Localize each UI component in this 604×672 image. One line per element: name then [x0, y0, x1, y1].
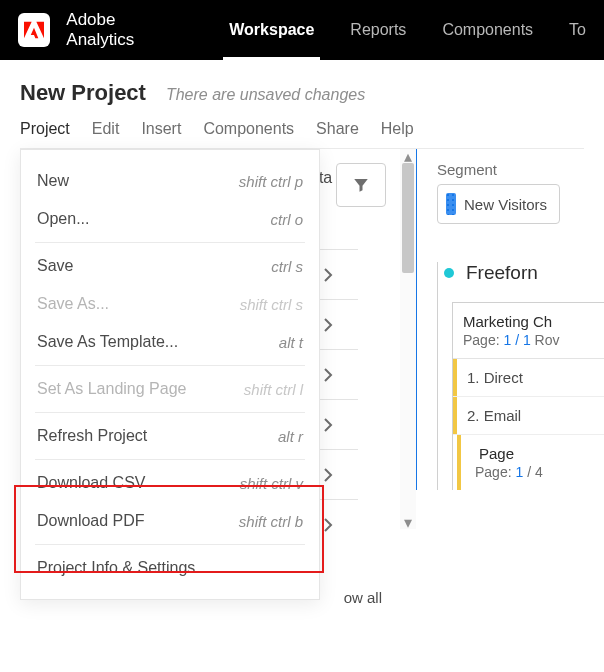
menu-item-shortcut: alt r	[278, 428, 303, 445]
left-rail: ata ow all New shift ctrl p Open... ctrl…	[0, 149, 414, 490]
menu-item-label: Save	[37, 257, 73, 275]
menu-project[interactable]: Project	[20, 120, 70, 138]
tab-components[interactable]: Components	[424, 0, 551, 60]
panel-color-dot-icon	[444, 268, 454, 278]
drag-handle-icon[interactable]	[446, 193, 456, 215]
segment-chip-label: New Visitors	[464, 196, 547, 213]
segment-chip[interactable]: New Visitors	[437, 184, 560, 224]
panel-title[interactable]: Freeforn	[466, 262, 538, 284]
scroll-up-icon[interactable]: ▴	[400, 149, 416, 163]
menu-item-label: New	[37, 172, 69, 190]
menu-item-label: Project Info & Settings	[37, 559, 195, 577]
page-link[interactable]: 1 / 1	[503, 332, 530, 348]
menu-item-shortcut: shift ctrl b	[239, 513, 303, 530]
dimension-header[interactable]: Marketing Ch	[453, 303, 604, 332]
menu-separator	[35, 544, 305, 545]
menu-separator	[35, 412, 305, 413]
app-name: Adobe Analytics	[66, 10, 181, 50]
menu-edit[interactable]: Edit	[92, 120, 120, 138]
adobe-logo	[18, 13, 50, 47]
scroll-down-icon[interactable]: ▾	[400, 515, 416, 529]
menu-item-label: Set As Landing Page	[37, 380, 186, 398]
menu-item-shortcut: shift ctrl s	[240, 296, 303, 313]
menu-item-download-pdf[interactable]: Download PDF shift ctrl b	[21, 502, 319, 540]
menu-share[interactable]: Share	[316, 120, 359, 138]
menu-item-shortcut: shift ctrl v	[240, 475, 303, 492]
breakdown-header[interactable]: Page	[461, 435, 604, 464]
menu-item-label: Save As Template...	[37, 333, 178, 351]
menu-insert[interactable]: Insert	[141, 120, 181, 138]
global-tabs: Workspace Reports Components To	[211, 0, 604, 60]
dimension-pagination: Page: 1 / 1 Rov	[453, 332, 604, 359]
freeform-table: Marketing Ch Page: 1 / 1 Rov 1. Direct 2…	[452, 302, 604, 490]
project-menu-dropdown: New shift ctrl p Open... ctrl o Save ctr…	[20, 149, 320, 600]
funnel-icon	[352, 176, 370, 194]
menu-item-shortcut: ctrl s	[271, 258, 303, 275]
menu-item-refresh[interactable]: Refresh Project alt r	[21, 417, 319, 455]
menu-item-landing-page: Set As Landing Page shift ctrl l	[21, 370, 319, 408]
menu-item-label: Download PDF	[37, 512, 145, 530]
tab-workspace[interactable]: Workspace	[211, 0, 332, 60]
menu-item-save-template[interactable]: Save As Template... alt t	[21, 323, 319, 361]
tab-reports[interactable]: Reports	[332, 0, 424, 60]
menu-item-shortcut: shift ctrl p	[239, 173, 303, 190]
tab-tools[interactable]: To	[551, 0, 604, 60]
menu-item-shortcut: ctrl o	[270, 211, 303, 228]
row-color-bar	[453, 397, 457, 434]
scrollbar-thumb[interactable]	[402, 163, 414, 273]
show-all-link[interactable]: ow all	[344, 589, 382, 606]
project-menubar: Project Edit Insert Components Share Hel…	[20, 120, 584, 149]
row-label: 1. Direct	[453, 369, 523, 386]
filter-button[interactable]	[336, 163, 386, 207]
project-header: New Project There are unsaved changes Pr…	[0, 60, 604, 149]
menu-item-open[interactable]: Open... ctrl o	[21, 200, 319, 238]
canvas-panel: Segment New Visitors Freeforn Marketing …	[414, 149, 604, 490]
menu-separator	[35, 459, 305, 460]
menu-item-info-settings[interactable]: Project Info & Settings	[21, 549, 319, 587]
menu-item-save[interactable]: Save ctrl s	[21, 247, 319, 285]
segment-label: Segment	[437, 161, 604, 178]
menu-separator	[35, 365, 305, 366]
menu-item-save-as: Save As... shift ctrl s	[21, 285, 319, 323]
menu-components[interactable]: Components	[203, 120, 294, 138]
menu-item-download-csv[interactable]: Download CSV shift ctrl v	[21, 464, 319, 502]
breakdown-pagination: Page: 1 / 4	[461, 464, 604, 490]
main-area: ata ow all New shift ctrl p Open... ctrl…	[0, 149, 604, 490]
row-color-bar	[453, 359, 457, 396]
menu-item-shortcut: shift ctrl l	[244, 381, 303, 398]
freeform-panel: Freeforn Marketing Ch Page: 1 / 1 Rov 1.…	[437, 262, 604, 490]
menu-item-shortcut: alt t	[279, 334, 303, 351]
menu-item-label: Save As...	[37, 295, 109, 313]
left-rail-scrollbar[interactable]: ▴ ▾	[400, 149, 416, 529]
row-label: 2. Email	[453, 407, 521, 424]
menu-separator	[35, 242, 305, 243]
project-title: New Project	[20, 80, 146, 106]
menu-item-label: Download CSV	[37, 474, 146, 492]
menu-item-label: Refresh Project	[37, 427, 147, 445]
menu-item-new[interactable]: New shift ctrl p	[21, 162, 319, 200]
table-row[interactable]: 1. Direct	[453, 359, 604, 397]
menu-help[interactable]: Help	[381, 120, 414, 138]
adobe-logo-icon	[24, 20, 44, 40]
menu-item-label: Open...	[37, 210, 89, 228]
table-row[interactable]: 2. Email	[453, 397, 604, 435]
global-top-bar: Adobe Analytics Workspace Reports Compon…	[0, 0, 604, 60]
unsaved-indicator: There are unsaved changes	[166, 86, 365, 104]
